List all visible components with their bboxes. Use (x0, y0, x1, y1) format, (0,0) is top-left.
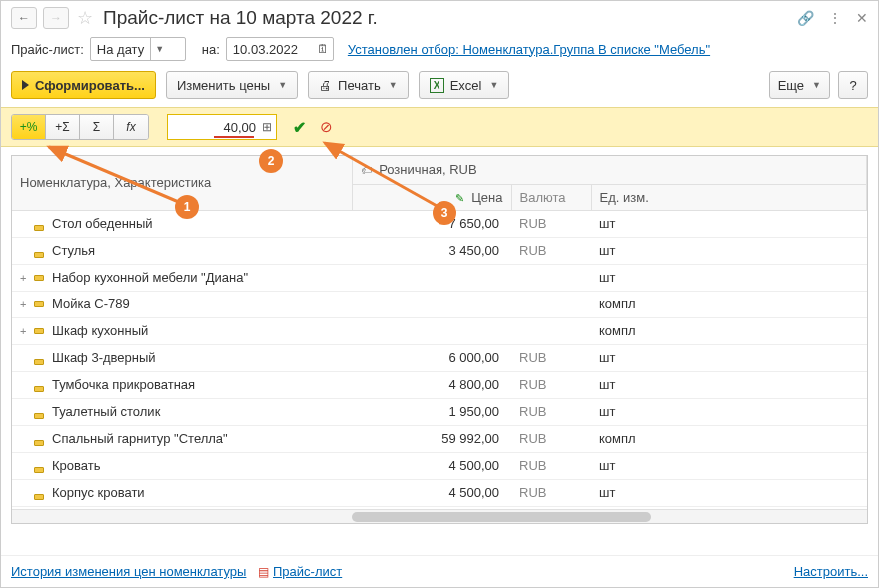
print-label: Печать (338, 78, 381, 93)
row-name: Стол обеденный (52, 216, 153, 231)
apply-check-icon[interactable]: ✔ (293, 118, 306, 137)
col-nomenclature-header[interactable]: Номенклатура, Характеристика (12, 156, 352, 210)
history-link[interactable]: История изменения цен номенклатуры (11, 564, 246, 579)
row-unit: компл (591, 317, 867, 344)
help-button[interactable]: ? (838, 71, 868, 99)
chevron-down-icon[interactable]: ▼ (150, 38, 168, 60)
expand-icon[interactable]: + (20, 272, 30, 284)
calculator-icon[interactable]: ⊞ (262, 120, 272, 134)
date-value: 10.03.2022 (233, 42, 298, 57)
expand-icon[interactable]: + (20, 325, 30, 337)
table-row[interactable]: Корпус кровати4 500,00RUBшт (12, 479, 867, 506)
row-price: 4 800,00 (352, 371, 511, 398)
settings-link[interactable]: Настроить... (794, 564, 868, 579)
price-table: Номенклатура, Характеристика 🏷 Розничная… (12, 156, 867, 507)
row-name: Спальный гарнитур "Стелла" (52, 431, 228, 446)
row-unit: шт (591, 398, 867, 425)
item-icon (34, 386, 44, 392)
table-row[interactable]: Кровать4 500,00RUBшт (12, 452, 867, 479)
favorite-star-icon[interactable]: ☆ (77, 7, 93, 29)
pricelist-value: На дату (91, 42, 150, 57)
scrollbar-thumb[interactable] (352, 512, 651, 522)
row-name: Шкаф 3-дверный (52, 350, 156, 365)
row-name: Мойка С-789 (52, 296, 130, 311)
row-unit: шт (591, 371, 867, 398)
col-price-header[interactable]: ✎ Цена (352, 184, 511, 210)
row-name: Тумбочка прикроватная (52, 377, 195, 392)
item-icon (34, 252, 44, 258)
chevron-down-icon: ▼ (389, 80, 398, 90)
document-icon: ▤ (258, 565, 269, 579)
table-row[interactable]: +Шкаф кухонныйкомпл (12, 317, 867, 344)
doc-footer-group: ▤ Прайс-лист (258, 564, 342, 579)
table-row[interactable]: Стулья3 450,00RUBшт (12, 237, 867, 264)
row-currency: RUB (511, 452, 591, 479)
col-retail-header[interactable]: 🏷 Розничная, RUB (352, 156, 867, 184)
more-label: Еще (778, 78, 804, 93)
excel-button[interactable]: X Excel ▼ (419, 71, 510, 99)
row-price: 4 500,00 (352, 479, 511, 506)
menu-dots-icon[interactable]: ⋮ (828, 10, 842, 26)
add-percent-button[interactable]: +% (12, 115, 46, 139)
cancel-icon[interactable]: ⊘ (320, 118, 333, 136)
col-unit-header[interactable]: Ед. изм. (591, 184, 867, 210)
nav-forward-button[interactable]: → (43, 7, 69, 29)
form-button-label: Сформировать... (35, 78, 145, 93)
row-price (352, 317, 511, 344)
attach-icon[interactable]: 🔗 (797, 10, 814, 26)
table-row[interactable]: Туалетный столик1 950,00RUBшт (12, 398, 867, 425)
row-currency (511, 317, 591, 344)
table-row[interactable]: +Набор кухонной мебели "Диана"шт (12, 264, 867, 291)
row-price: 3 450,00 (352, 237, 511, 264)
value-input[interactable]: 40,00 ⊞ (167, 114, 277, 140)
row-unit: компл (591, 425, 867, 452)
row-unit: шт (591, 264, 867, 291)
more-button[interactable]: Еще ▼ (769, 71, 830, 99)
table-row[interactable]: Шкаф 3-дверный6 000,00RUBшт (12, 344, 867, 371)
change-prices-label: Изменить цены (177, 78, 270, 93)
calendar-icon[interactable]: 🗓 (317, 42, 329, 56)
add-sum-button[interactable]: +Σ (46, 115, 80, 139)
close-icon[interactable]: ✕ (856, 10, 868, 26)
row-currency: RUB (511, 237, 591, 264)
row-currency: RUB (511, 425, 591, 452)
row-unit: шт (591, 237, 867, 264)
excel-label: Excel (450, 78, 482, 93)
col-currency-header[interactable]: Валюта (511, 184, 591, 210)
chevron-down-icon: ▼ (489, 80, 498, 90)
item-icon (34, 440, 44, 446)
change-prices-button[interactable]: Изменить цены ▼ (166, 71, 298, 99)
set-sum-button[interactable]: Σ (80, 115, 114, 139)
row-unit: компл (591, 291, 867, 317)
print-button[interactable]: Печать ▼ (308, 71, 409, 99)
price-table-wrapper: Номенклатура, Характеристика 🏷 Розничная… (11, 155, 868, 524)
expand-icon[interactable]: + (20, 298, 30, 310)
horizontal-scrollbar[interactable] (12, 509, 867, 523)
table-row[interactable]: Спальный гарнитур "Стелла"59 992,00RUBко… (12, 425, 867, 452)
row-unit: шт (591, 479, 867, 506)
item-icon (34, 359, 44, 365)
row-currency: RUB (511, 344, 591, 371)
row-price: 4 500,00 (352, 452, 511, 479)
table-row[interactable]: +Мойка С-789компл (12, 291, 867, 317)
on-label: на: (202, 42, 220, 57)
item-icon (34, 467, 44, 473)
chevron-down-icon: ▼ (278, 80, 287, 90)
row-price (352, 291, 511, 317)
table-row[interactable]: Тумбочка прикроватная4 800,00RUBшт (12, 371, 867, 398)
pricelist-footer-link[interactable]: Прайс-лист (273, 564, 342, 579)
row-unit: шт (591, 210, 867, 237)
filter-link[interactable]: Установлен отбор: Номенклатура.Группа В … (348, 42, 710, 57)
title-bar: ← → ☆ Прайс-лист на 10 марта 2022 г. 🔗 ⋮… (1, 1, 878, 33)
nav-back-button[interactable]: ← (11, 7, 37, 29)
date-input[interactable]: 10.03.2022 🗓 (226, 37, 334, 61)
row-price: 1 950,00 (352, 398, 511, 425)
row-name: Стулья (52, 243, 95, 258)
excel-icon: X (430, 78, 444, 93)
pricelist-dropdown[interactable]: На дату ▼ (90, 37, 186, 61)
table-row[interactable]: Стол обеденный7 650,00RUBшт (12, 210, 867, 237)
form-button[interactable]: Сформировать... (11, 71, 156, 99)
item-icon (34, 494, 44, 500)
row-price: 59 992,00 (352, 425, 511, 452)
formula-button[interactable]: fx (114, 115, 148, 139)
